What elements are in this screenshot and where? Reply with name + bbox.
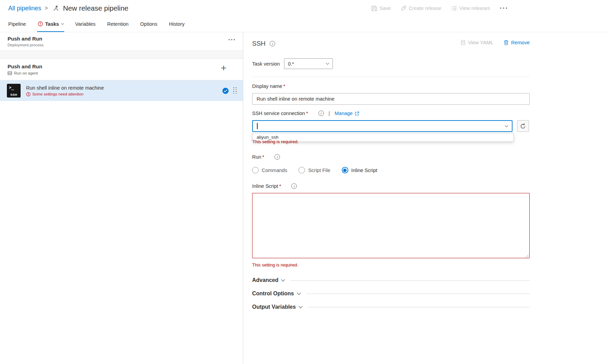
create-release-button[interactable]: Create release (401, 5, 441, 11)
chevron-down-icon (61, 22, 64, 24)
section-divider-line (308, 307, 530, 307)
task-warning-text: Some settings need attention (32, 92, 83, 96)
ssh-connection-combobox[interactable] (252, 120, 513, 132)
rocket-icon (401, 5, 406, 11)
info-icon-run[interactable] (274, 154, 280, 160)
required-asterisk: * (262, 154, 264, 160)
radio-script-file-label: Script File (308, 168, 330, 173)
display-name-label: Display name (252, 83, 282, 89)
remove-task-button[interactable]: Remove (504, 40, 530, 45)
remove-label: Remove (511, 40, 530, 45)
radio-inline-script[interactable]: Inline Script (342, 167, 378, 173)
tasks-error-icon (38, 21, 43, 26)
required-asterisk: * (306, 111, 308, 116)
chevron-down-icon (326, 61, 329, 65)
ssh-terminal-icon: >_ SSH (7, 84, 21, 98)
radio-circle (252, 167, 259, 173)
page-title: New release pipeline (63, 4, 128, 12)
create-release-label: Create release (409, 5, 441, 11)
ssh-connection-field: SSH service connection* | Manage (252, 110, 530, 132)
chevron-down-icon (281, 277, 285, 281)
stage-subtitle: Run on agent (14, 71, 38, 75)
task-version-select[interactable]: 0.* (284, 58, 333, 69)
section-divider-line (291, 280, 530, 281)
view-releases-label: View releases (459, 5, 490, 11)
breadcrumb: All pipelines > New release pipeline (8, 4, 128, 12)
save-icon (371, 5, 377, 11)
section-divider-line (306, 294, 530, 294)
agent-icon (8, 71, 12, 75)
drag-handle[interactable] (233, 87, 237, 94)
tab-variables[interactable]: Variables (75, 16, 96, 32)
label-divider: | (329, 111, 330, 116)
ssh-connection-label: SSH service connection (252, 111, 305, 116)
display-name-field: Display name* (252, 83, 530, 105)
add-task-button[interactable]: + (221, 64, 226, 80)
info-icon-inline-script[interactable] (291, 183, 297, 189)
pipeline-tasks-panel: Push and Run Deployment process ··· Push… (0, 32, 243, 364)
section-control-options[interactable]: Control Options (252, 291, 530, 297)
tab-retention[interactable]: Retention (106, 16, 129, 32)
task-detail-title: SSH (252, 40, 266, 47)
manage-link[interactable]: Manage (335, 111, 359, 116)
breadcrumb-all-pipelines-link[interactable]: All pipelines (8, 5, 41, 12)
section-advanced[interactable]: Advanced (252, 277, 530, 283)
chevron-down-icon (505, 124, 508, 127)
stage-header[interactable]: Push and Run Run on agent + (0, 58, 243, 80)
run-label: Run (252, 154, 261, 160)
main-content: Push and Run Deployment process ··· Push… (0, 32, 608, 364)
save-label: Save (380, 5, 391, 11)
panel-separator-band (0, 51, 243, 58)
section-control-options-label: Control Options (252, 291, 294, 297)
inline-script-textarea[interactable] (252, 193, 530, 258)
run-radio-group: Commands Script File Inline Script (252, 167, 530, 173)
ssh-icon-label: SSH (7, 93, 21, 96)
info-icon-connection[interactable] (318, 111, 324, 116)
divider (252, 77, 530, 77)
task-detail-panel: SSH View YAML Remove (243, 32, 608, 364)
section-output-variables-label: Output Variables (252, 304, 296, 310)
radio-inline-script-label: Inline Script (351, 168, 378, 173)
tab-pipeline[interactable]: Pipeline (8, 16, 27, 32)
radio-commands[interactable]: Commands (252, 167, 287, 173)
tab-tasks[interactable]: Tasks (37, 16, 64, 32)
connection-error-text: This setting is required. (252, 139, 299, 144)
manage-label: Manage (335, 111, 352, 116)
task-detail-header: SSH View YAML Remove (252, 32, 530, 50)
task-title: Run shell inline on remote machine (26, 85, 222, 91)
stage-title: Push and Run (8, 64, 42, 69)
view-yaml-label: View YAML (468, 40, 493, 45)
task-version-label: Task version (252, 61, 280, 67)
section-output-variables[interactable]: Output Variables (252, 304, 530, 310)
refresh-button[interactable] (517, 120, 529, 132)
required-asterisk: * (279, 183, 281, 189)
tab-history[interactable]: History (168, 16, 185, 32)
radio-script-file[interactable]: Script File (299, 167, 330, 173)
display-name-input[interactable] (252, 93, 530, 105)
external-link-icon (355, 111, 359, 116)
terminal-prompt-glyph: >_ (9, 85, 14, 90)
radio-circle (299, 167, 305, 173)
info-icon-ssh-title[interactable] (270, 41, 275, 46)
inline-script-label: Inline Script (252, 183, 278, 189)
text-caret (257, 123, 258, 129)
task-row-ssh[interactable]: >_ SSH Run shell inline on remote machin… (0, 80, 243, 101)
view-yaml-button[interactable]: View YAML (460, 40, 493, 45)
process-title: Push and Run (8, 36, 44, 42)
process-subtitle: Deployment process (8, 43, 44, 47)
process-more-button[interactable]: ··· (228, 36, 236, 50)
run-field: Run* Commands Script File Inline Script (252, 153, 530, 173)
task-version-row: Task version 0.* (252, 58, 530, 69)
breadcrumb-separator: > (45, 5, 48, 11)
yaml-document-icon (460, 40, 466, 45)
section-advanced-label: Advanced (252, 277, 278, 283)
more-actions-button[interactable]: ··· (500, 4, 508, 12)
save-button[interactable]: Save (371, 5, 391, 11)
view-releases-button[interactable]: View releases (451, 5, 490, 11)
radio-circle-selected (342, 167, 348, 173)
tab-options[interactable]: Options (139, 16, 158, 32)
radio-commands-label: Commands (262, 168, 287, 173)
chevron-down-icon (297, 291, 301, 295)
trash-icon (504, 40, 509, 45)
task-enabled-check-icon[interactable] (222, 88, 229, 94)
